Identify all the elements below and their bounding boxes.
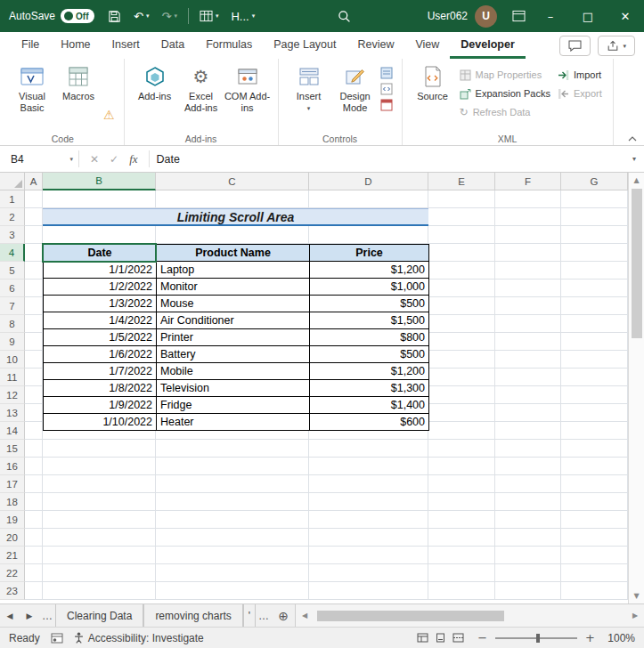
cell-A11[interactable] <box>25 369 43 386</box>
user-name[interactable]: User062 <box>428 10 468 22</box>
cell-G9[interactable] <box>561 333 628 351</box>
cell-D15[interactable] <box>309 440 428 458</box>
row-header-11[interactable]: 11 <box>0 369 25 386</box>
insert-control-button[interactable]: Insert ▾ <box>286 63 332 112</box>
properties-icon[interactable] <box>380 67 393 79</box>
select-all-corner[interactable] <box>0 173 25 190</box>
cell-F1[interactable] <box>495 190 561 208</box>
column-header-E[interactable]: E <box>428 173 495 190</box>
com-addins-button[interactable]: COM Add-ins <box>224 63 271 113</box>
cell-E21[interactable] <box>428 547 495 564</box>
cell-F11[interactable] <box>495 369 561 386</box>
quick-access-customize-button[interactable]: ▾ <box>193 3 225 29</box>
cell-C18[interactable] <box>156 493 309 511</box>
cell-G14[interactable] <box>561 422 628 440</box>
row-header-4[interactable]: 4 <box>0 244 25 262</box>
cell-C21[interactable] <box>156 547 309 564</box>
cell-A1[interactable] <box>25 190 43 208</box>
zoom-out-button[interactable]: − <box>477 631 487 644</box>
cell-E10[interactable] <box>428 351 495 369</box>
cell-G18[interactable] <box>561 493 628 511</box>
worksheet-title-banner[interactable]: Limiting Scroll Area <box>43 208 428 226</box>
cell-C15[interactable] <box>156 440 309 458</box>
row-header-8[interactable]: 8 <box>0 315 25 333</box>
cell-E16[interactable] <box>428 458 495 475</box>
cell-E11[interactable] <box>428 369 495 386</box>
table-cell[interactable]: $1,200 <box>310 262 429 279</box>
cell-A22[interactable] <box>25 564 43 582</box>
cell-B21[interactable] <box>43 547 156 564</box>
cell-G5[interactable] <box>561 262 628 279</box>
table-cell[interactable]: 1/6/2022 <box>44 346 157 363</box>
cell-E14[interactable] <box>428 422 495 440</box>
qat-dropdown-icon[interactable]: ▾ <box>216 12 219 20</box>
cell-F13[interactable] <box>495 404 561 422</box>
table-cell[interactable]: 1/5/2022 <box>44 329 157 346</box>
sheet-tabs-overflow-right[interactable]: … <box>256 604 272 627</box>
vscroll-down-arrow[interactable]: ▼ <box>629 588 644 603</box>
cell-B16[interactable] <box>43 458 156 475</box>
cell-G2[interactable] <box>561 208 628 226</box>
cell-D18[interactable] <box>309 493 428 511</box>
formula-input[interactable]: Date <box>150 146 624 172</box>
table-cell[interactable]: Fridge <box>157 397 310 414</box>
table-cell[interactable]: Television <box>157 380 310 397</box>
cell-D17[interactable] <box>309 475 428 493</box>
cell-F23[interactable] <box>495 582 561 600</box>
row-header-3[interactable]: 3 <box>0 226 25 244</box>
cell-A21[interactable] <box>25 547 43 564</box>
autosave-toggle[interactable]: Off <box>61 9 94 23</box>
cell-A5[interactable] <box>25 262 43 279</box>
table-cell[interactable]: 1/8/2022 <box>44 380 157 397</box>
collapse-ribbon-icon[interactable] <box>628 136 637 142</box>
view-code-icon[interactable] <box>380 83 393 95</box>
cell-A12[interactable] <box>25 386 43 404</box>
cell-D16[interactable] <box>309 458 428 475</box>
table-cell[interactable]: Air Conditioner <box>157 312 310 329</box>
save-button[interactable] <box>102 3 127 29</box>
hscroll-track[interactable] <box>312 610 628 622</box>
table-header-price[interactable]: Price <box>310 245 429 262</box>
cell-F18[interactable] <box>495 493 561 511</box>
cell-F4[interactable] <box>495 244 561 262</box>
horizontal-scrollbar[interactable]: ◀ ▶ <box>295 604 644 627</box>
ribbon-tab-page-layout[interactable]: Page Layout <box>263 34 346 59</box>
cell-E23[interactable] <box>428 582 495 600</box>
row-header-22[interactable]: 22 <box>0 564 25 582</box>
cell-E7[interactable] <box>428 297 495 315</box>
cell-G10[interactable] <box>561 351 628 369</box>
run-dialog-icon[interactable] <box>380 99 393 111</box>
cell-B18[interactable] <box>43 493 156 511</box>
cell-B19[interactable] <box>43 511 156 529</box>
table-cell[interactable]: Mobile <box>157 363 310 380</box>
cell-F7[interactable] <box>495 297 561 315</box>
cell-G11[interactable] <box>561 369 628 386</box>
sheet-tabs-overflow-left[interactable]: … <box>39 604 55 627</box>
cell-E20[interactable] <box>428 529 495 547</box>
cell-B20[interactable] <box>43 529 156 547</box>
row-header-20[interactable]: 20 <box>0 529 25 547</box>
name-box-dropdown-icon[interactable]: ▾ <box>69 156 73 163</box>
cell-G7[interactable] <box>561 297 628 315</box>
cell-F5[interactable] <box>495 262 561 279</box>
vertical-scrollbar[interactable]: ▲ ▼ <box>628 173 644 603</box>
table-cell[interactable]: $1,000 <box>310 279 429 296</box>
row-header-5[interactable]: 5 <box>0 262 25 279</box>
cell-D23[interactable] <box>309 582 428 600</box>
table-cell[interactable]: Laptop <box>157 262 310 279</box>
cell-G22[interactable] <box>561 564 628 582</box>
cell-C1[interactable] <box>156 190 309 208</box>
ribbon-tab-formulas[interactable]: Formulas <box>195 34 263 59</box>
table-cell[interactable]: Printer <box>157 329 310 346</box>
cell-D22[interactable] <box>309 564 428 582</box>
ribbon-tab-home[interactable]: Home <box>50 34 101 59</box>
cell-B22[interactable] <box>43 564 156 582</box>
cell-F8[interactable] <box>495 315 561 333</box>
insert-dropdown-icon[interactable]: ▾ <box>307 105 311 112</box>
cell-E18[interactable] <box>428 493 495 511</box>
cell-G8[interactable] <box>561 315 628 333</box>
row-header-13[interactable]: 13 <box>0 404 25 422</box>
cell-D21[interactable] <box>309 547 428 564</box>
row-header-1[interactable]: 1 <box>0 190 25 208</box>
sheet-nav-left[interactable]: ◀ <box>0 604 20 627</box>
